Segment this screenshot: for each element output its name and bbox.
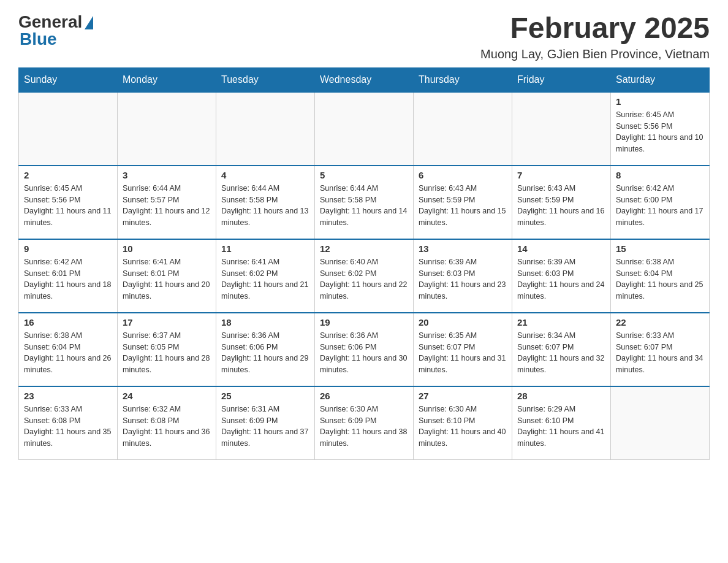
col-monday: Monday xyxy=(118,67,216,92)
table-row: 19Sunrise: 6:36 AM Sunset: 6:06 PM Dayli… xyxy=(315,313,414,386)
table-row xyxy=(118,92,216,166)
table-row: 26Sunrise: 6:30 AM Sunset: 6:09 PM Dayli… xyxy=(315,386,414,460)
day-info: Sunrise: 6:37 AM Sunset: 6:05 PM Dayligh… xyxy=(123,330,211,376)
day-number: 22 xyxy=(616,317,704,327)
day-info: Sunrise: 6:39 AM Sunset: 6:03 PM Dayligh… xyxy=(517,256,605,302)
col-sunday: Sunday xyxy=(19,67,118,92)
table-row: 14Sunrise: 6:39 AM Sunset: 6:03 PM Dayli… xyxy=(512,239,611,313)
table-row: 15Sunrise: 6:38 AM Sunset: 6:04 PM Dayli… xyxy=(611,239,710,313)
table-row xyxy=(512,92,611,166)
day-number: 21 xyxy=(517,317,605,327)
day-number: 18 xyxy=(221,317,309,327)
location-label: Muong Lay, GJien Bien Province, Vietnam xyxy=(480,47,710,61)
day-info: Sunrise: 6:45 AM Sunset: 5:56 PM Dayligh… xyxy=(616,109,704,155)
day-number: 13 xyxy=(419,243,507,254)
col-thursday: Thursday xyxy=(414,67,512,92)
table-row: 5Sunrise: 6:44 AM Sunset: 5:58 PM Daylig… xyxy=(315,166,414,239)
day-number: 28 xyxy=(517,391,605,401)
day-info: Sunrise: 6:44 AM Sunset: 5:57 PM Dayligh… xyxy=(123,183,211,229)
table-row xyxy=(611,386,710,460)
calendar-header-row: Sunday Monday Tuesday Wednesday Thursday… xyxy=(19,67,710,92)
day-info: Sunrise: 6:42 AM Sunset: 6:00 PM Dayligh… xyxy=(616,183,704,229)
table-row: 23Sunrise: 6:33 AM Sunset: 6:08 PM Dayli… xyxy=(19,386,118,460)
day-info: Sunrise: 6:43 AM Sunset: 5:59 PM Dayligh… xyxy=(517,183,605,229)
day-number: 4 xyxy=(221,170,309,180)
day-number: 12 xyxy=(320,243,408,254)
page-header: General Blue February 2025 Muong Lay, GJ… xyxy=(18,12,710,61)
table-row: 25Sunrise: 6:31 AM Sunset: 6:09 PM Dayli… xyxy=(216,386,315,460)
day-number: 2 xyxy=(24,170,112,180)
day-info: Sunrise: 6:38 AM Sunset: 6:04 PM Dayligh… xyxy=(616,256,704,302)
col-saturday: Saturday xyxy=(611,67,710,92)
table-row xyxy=(19,92,118,166)
day-info: Sunrise: 6:34 AM Sunset: 6:07 PM Dayligh… xyxy=(517,330,605,376)
table-row: 22Sunrise: 6:33 AM Sunset: 6:07 PM Dayli… xyxy=(611,313,710,386)
logo-triangle-icon xyxy=(85,16,93,29)
day-info: Sunrise: 6:33 AM Sunset: 6:07 PM Dayligh… xyxy=(616,330,704,376)
day-info: Sunrise: 6:30 AM Sunset: 6:09 PM Dayligh… xyxy=(320,404,408,450)
day-info: Sunrise: 6:41 AM Sunset: 6:02 PM Dayligh… xyxy=(221,256,309,302)
title-section: February 2025 Muong Lay, GJien Bien Prov… xyxy=(480,12,710,61)
day-number: 27 xyxy=(419,391,507,401)
logo: General Blue xyxy=(18,12,93,49)
table-row: 27Sunrise: 6:30 AM Sunset: 6:10 PM Dayli… xyxy=(414,386,512,460)
day-info: Sunrise: 6:39 AM Sunset: 6:03 PM Dayligh… xyxy=(419,256,507,302)
day-number: 3 xyxy=(123,170,211,180)
table-row: 18Sunrise: 6:36 AM Sunset: 6:06 PM Dayli… xyxy=(216,313,315,386)
day-info: Sunrise: 6:45 AM Sunset: 5:56 PM Dayligh… xyxy=(24,183,112,229)
calendar-table: Sunday Monday Tuesday Wednesday Thursday… xyxy=(18,67,710,461)
day-info: Sunrise: 6:35 AM Sunset: 6:07 PM Dayligh… xyxy=(419,330,507,376)
day-info: Sunrise: 6:41 AM Sunset: 6:01 PM Dayligh… xyxy=(123,256,211,302)
day-info: Sunrise: 6:44 AM Sunset: 5:58 PM Dayligh… xyxy=(320,183,408,229)
col-wednesday: Wednesday xyxy=(315,67,414,92)
day-info: Sunrise: 6:33 AM Sunset: 6:08 PM Dayligh… xyxy=(24,404,112,450)
day-number: 8 xyxy=(616,170,704,180)
table-row: 20Sunrise: 6:35 AM Sunset: 6:07 PM Dayli… xyxy=(414,313,512,386)
day-number: 24 xyxy=(123,391,211,401)
day-info: Sunrise: 6:38 AM Sunset: 6:04 PM Dayligh… xyxy=(24,330,112,376)
table-row xyxy=(315,92,414,166)
table-row: 21Sunrise: 6:34 AM Sunset: 6:07 PM Dayli… xyxy=(512,313,611,386)
day-info: Sunrise: 6:29 AM Sunset: 6:10 PM Dayligh… xyxy=(517,404,605,450)
day-number: 15 xyxy=(616,243,704,254)
day-number: 19 xyxy=(320,317,408,327)
day-number: 14 xyxy=(517,243,605,254)
day-number: 5 xyxy=(320,170,408,180)
day-number: 16 xyxy=(24,317,112,327)
table-row: 28Sunrise: 6:29 AM Sunset: 6:10 PM Dayli… xyxy=(512,386,611,460)
day-number: 1 xyxy=(616,96,704,107)
day-number: 20 xyxy=(419,317,507,327)
calendar-week-row: 1Sunrise: 6:45 AM Sunset: 5:56 PM Daylig… xyxy=(19,92,710,166)
table-row xyxy=(216,92,315,166)
month-year-title: February 2025 xyxy=(480,12,710,45)
table-row: 13Sunrise: 6:39 AM Sunset: 6:03 PM Dayli… xyxy=(414,239,512,313)
table-row: 12Sunrise: 6:40 AM Sunset: 6:02 PM Dayli… xyxy=(315,239,414,313)
calendar-week-row: 16Sunrise: 6:38 AM Sunset: 6:04 PM Dayli… xyxy=(19,313,710,386)
logo-blue-label: Blue xyxy=(20,29,57,49)
table-row: 2Sunrise: 6:45 AM Sunset: 5:56 PM Daylig… xyxy=(19,166,118,239)
table-row: 3Sunrise: 6:44 AM Sunset: 5:57 PM Daylig… xyxy=(118,166,216,239)
col-tuesday: Tuesday xyxy=(216,67,315,92)
day-number: 11 xyxy=(221,243,309,254)
calendar-week-row: 23Sunrise: 6:33 AM Sunset: 6:08 PM Dayli… xyxy=(19,386,710,460)
calendar-week-row: 2Sunrise: 6:45 AM Sunset: 5:56 PM Daylig… xyxy=(19,166,710,239)
table-row xyxy=(414,92,512,166)
day-number: 9 xyxy=(24,243,112,254)
day-info: Sunrise: 6:36 AM Sunset: 6:06 PM Dayligh… xyxy=(221,330,309,376)
day-info: Sunrise: 6:30 AM Sunset: 6:10 PM Dayligh… xyxy=(419,404,507,450)
day-number: 23 xyxy=(24,391,112,401)
day-info: Sunrise: 6:32 AM Sunset: 6:08 PM Dayligh… xyxy=(123,404,211,450)
table-row: 1Sunrise: 6:45 AM Sunset: 5:56 PM Daylig… xyxy=(611,92,710,166)
table-row: 10Sunrise: 6:41 AM Sunset: 6:01 PM Dayli… xyxy=(118,239,216,313)
day-info: Sunrise: 6:40 AM Sunset: 6:02 PM Dayligh… xyxy=(320,256,408,302)
day-number: 26 xyxy=(320,391,408,401)
day-info: Sunrise: 6:31 AM Sunset: 6:09 PM Dayligh… xyxy=(221,404,309,450)
table-row: 17Sunrise: 6:37 AM Sunset: 6:05 PM Dayli… xyxy=(118,313,216,386)
day-info: Sunrise: 6:36 AM Sunset: 6:06 PM Dayligh… xyxy=(320,330,408,376)
table-row: 6Sunrise: 6:43 AM Sunset: 5:59 PM Daylig… xyxy=(414,166,512,239)
table-row: 9Sunrise: 6:42 AM Sunset: 6:01 PM Daylig… xyxy=(19,239,118,313)
day-info: Sunrise: 6:44 AM Sunset: 5:58 PM Dayligh… xyxy=(221,183,309,229)
table-row: 8Sunrise: 6:42 AM Sunset: 6:00 PM Daylig… xyxy=(611,166,710,239)
day-info: Sunrise: 6:42 AM Sunset: 6:01 PM Dayligh… xyxy=(24,256,112,302)
day-number: 7 xyxy=(517,170,605,180)
